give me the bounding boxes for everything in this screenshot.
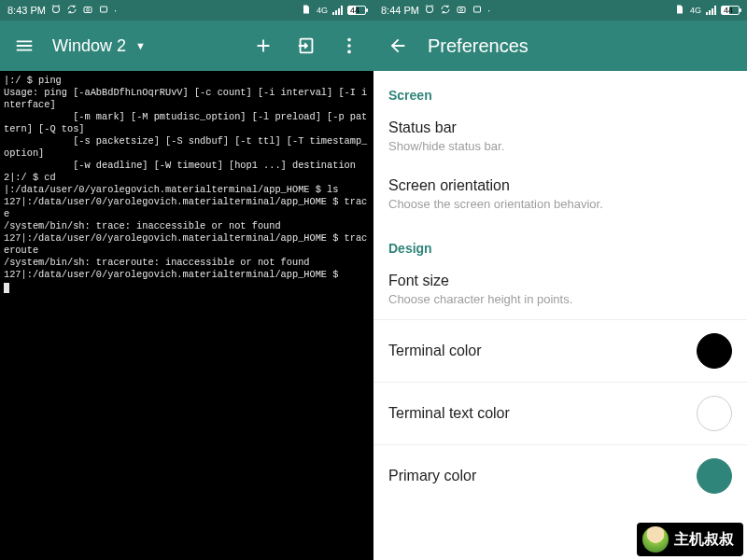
pref-title: Screen orientation bbox=[388, 177, 732, 194]
pref-terminal-color[interactable]: Terminal color bbox=[374, 320, 747, 382]
camera-icon bbox=[456, 4, 467, 17]
net-label: 4G bbox=[690, 6, 701, 15]
sim-icon bbox=[301, 4, 312, 17]
svg-point-1 bbox=[86, 8, 89, 11]
card-icon bbox=[472, 4, 483, 17]
watermark-text: 主机叔叔 bbox=[674, 530, 734, 550]
color-swatch bbox=[697, 333, 732, 369]
new-tab-button[interactable] bbox=[245, 27, 282, 64]
pref-subtitle: Choose the screen orientation behavior. bbox=[388, 197, 732, 211]
back-icon[interactable] bbox=[379, 27, 416, 64]
color-swatch bbox=[697, 458, 732, 494]
pref-screen-orientation[interactable]: Screen orientation Choose the screen ori… bbox=[374, 166, 747, 224]
alarm-icon bbox=[424, 4, 435, 17]
alarm-icon bbox=[50, 4, 62, 17]
pref-title: Status bar bbox=[388, 119, 732, 136]
status-time: 8:44 PM bbox=[381, 5, 419, 16]
pref-status-bar[interactable]: Status bar Show/hide status bar. bbox=[374, 108, 747, 166]
section-header-screen: Screen bbox=[374, 71, 747, 108]
net-label: 4G bbox=[317, 6, 328, 15]
svg-rect-2 bbox=[100, 7, 106, 12]
preferences-list[interactable]: Screen Status bar Show/hide status bar. … bbox=[374, 71, 747, 560]
signal-icon bbox=[706, 6, 716, 15]
color-swatch bbox=[697, 396, 732, 431]
terminal-appbar: Window 2 ▼ bbox=[0, 21, 374, 71]
pref-font-size[interactable]: Font size Choose character height in poi… bbox=[374, 261, 747, 319]
overflow-menu-icon[interactable] bbox=[331, 27, 368, 64]
status-dot: · bbox=[487, 5, 490, 16]
status-time: 8:43 PM bbox=[7, 5, 46, 16]
pref-title: Terminal text color bbox=[388, 405, 510, 422]
page-title: Preferences bbox=[428, 35, 529, 57]
mascot-icon bbox=[642, 526, 669, 553]
phone-preferences: 8:44 PM · 4G 44 Preferences bbox=[374, 0, 747, 560]
preferences-appbar: Preferences bbox=[374, 21, 747, 71]
pref-terminal-text-color[interactable]: Terminal text color bbox=[374, 383, 747, 444]
pref-title: Terminal color bbox=[388, 343, 482, 359]
cursor bbox=[4, 283, 9, 293]
svg-point-4 bbox=[347, 38, 351, 42]
status-bar: 8:43 PM · 4G 44 bbox=[0, 0, 374, 21]
card-icon bbox=[98, 4, 109, 17]
battery-icon: 44 bbox=[721, 6, 740, 15]
svg-point-5 bbox=[347, 44, 351, 48]
pref-title: Font size bbox=[388, 273, 732, 289]
status-bar: 8:44 PM · 4G 44 bbox=[374, 0, 747, 21]
svg-rect-0 bbox=[84, 7, 92, 13]
window-title[interactable]: Window 2 bbox=[52, 36, 126, 56]
terminal-output[interactable]: |:/ $ ping Usage: ping [-aAbBdDfhLnOqrRU… bbox=[0, 71, 374, 560]
status-dot: · bbox=[114, 5, 117, 16]
section-header-design: Design bbox=[374, 224, 747, 261]
svg-rect-9 bbox=[473, 7, 480, 12]
sim-icon bbox=[674, 4, 685, 17]
pref-subtitle: Choose character height in points. bbox=[388, 292, 732, 306]
pref-title: Primary color bbox=[388, 468, 476, 484]
signal-icon bbox=[332, 6, 343, 15]
hamburger-icon[interactable] bbox=[6, 27, 43, 64]
svg-point-6 bbox=[347, 50, 351, 54]
chevron-down-icon[interactable]: ▼ bbox=[135, 40, 146, 51]
pref-subtitle: Show/hide status bar. bbox=[388, 139, 732, 153]
sync-icon bbox=[440, 4, 451, 17]
import-icon[interactable] bbox=[288, 27, 325, 64]
battery-icon: 44 bbox=[347, 6, 366, 15]
phone-terminal: 8:43 PM · 4G 44 Window 2 ▼ bbox=[0, 0, 374, 560]
camera-icon bbox=[82, 4, 93, 17]
svg-rect-7 bbox=[458, 7, 465, 13]
sync-icon bbox=[66, 4, 78, 17]
pref-primary-color[interactable]: Primary color bbox=[374, 445, 747, 507]
watermark-badge: 主机叔叔 bbox=[637, 523, 743, 556]
svg-point-8 bbox=[459, 8, 462, 11]
